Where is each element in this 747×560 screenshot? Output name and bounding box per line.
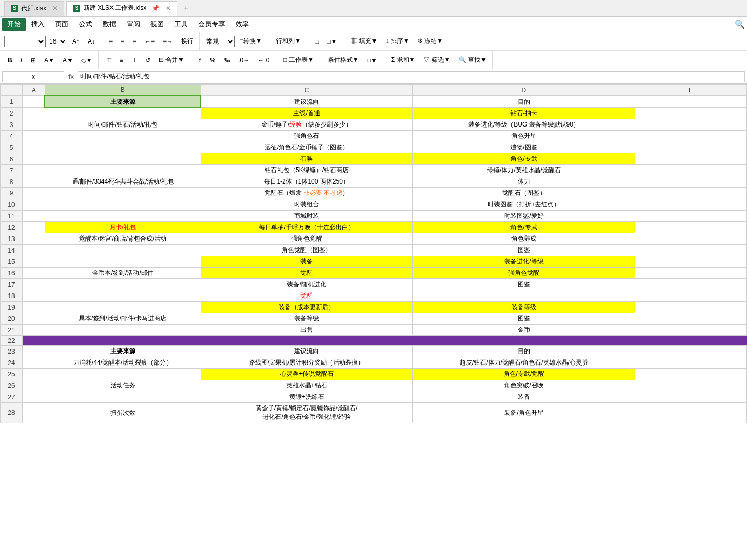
cell-c5[interactable]: 远征/角色石/金币锤子（图鉴） — [201, 142, 412, 153]
font-increase-btn[interactable]: A↑ — [68, 36, 83, 47]
menu-page[interactable]: 页面 — [50, 18, 74, 31]
cell-c2[interactable]: 主线/首通 — [201, 108, 412, 119]
cell-e1[interactable] — [635, 96, 747, 108]
wrap-text-btn[interactable]: 换行 — [177, 35, 197, 47]
align-center-btn[interactable]: ≡ — [117, 36, 128, 47]
cell-b3[interactable]: 时间/邮件/钻石/活动/礼包 — [45, 119, 201, 131]
workbook-btn[interactable]: □ 工作表▼ — [280, 54, 317, 66]
cell-e18[interactable] — [635, 290, 747, 302]
comma-btn[interactable]: ‰ — [220, 55, 233, 65]
cell-a26[interactable] — [22, 380, 45, 391]
cell-e16[interactable] — [635, 268, 747, 279]
cell-e25[interactable] — [635, 369, 747, 380]
cell-a6[interactable] — [22, 153, 45, 165]
col-header-c[interactable]: C — [201, 85, 412, 96]
cell-b23[interactable]: 主要来源 — [45, 346, 201, 357]
cell-c19[interactable]: 装备（版本更新后） — [201, 302, 412, 313]
convert-btn[interactable]: □转换▼ — [236, 35, 266, 47]
cell-c20[interactable]: 装备等级 — [201, 313, 412, 325]
indent-increase-btn[interactable]: ≡→ — [159, 36, 176, 47]
close-tab-2[interactable]: ✕ — [165, 5, 171, 12]
formula-input[interactable] — [78, 71, 745, 82]
cell-b6[interactable] — [45, 153, 201, 165]
cell-b17[interactable] — [45, 279, 201, 290]
highlight-btn[interactable]: A▼ — [59, 55, 77, 65]
freeze-btn[interactable]: ❄ 冻结▼ — [414, 35, 447, 47]
cell-e14[interactable] — [635, 245, 747, 256]
find-btn[interactable]: 🔍 查找▼ — [455, 54, 490, 66]
cell-d6[interactable]: 角色/专武 — [412, 153, 635, 165]
cell-d12[interactable]: 角色/专武 — [412, 222, 635, 233]
cell-c28[interactable]: 黄盒子/黄锤/锁定石/魔镜饰品/觉醒石/进化石/角色石/金币/强化锤/经验 — [201, 403, 412, 423]
menu-tools[interactable]: 工具 — [169, 18, 193, 31]
cell-d13[interactable]: 角色养成 — [412, 233, 635, 245]
cell-b16[interactable]: 金币本/签到/活动/邮件 — [45, 268, 201, 279]
cell-c23[interactable]: 建议流向 — [201, 346, 412, 357]
cell-c4[interactable]: 强角色石 — [201, 131, 412, 142]
cell-d18[interactable] — [412, 290, 635, 302]
menu-review[interactable]: 审阅 — [121, 18, 145, 31]
cell-b4[interactable] — [45, 131, 201, 142]
name-box[interactable] — [2, 71, 64, 82]
cell-c3[interactable]: 金币/锤子/经验（缺多少刷多少） — [201, 119, 412, 131]
cell-e15[interactable] — [635, 256, 747, 268]
cell-b25[interactable] — [45, 369, 201, 380]
cell-e6[interactable] — [635, 153, 747, 165]
shape-fill-btn[interactable]: ◇▼ — [78, 55, 96, 65]
cell-e21[interactable] — [635, 325, 747, 336]
cell-d9[interactable]: 觉醒石（图鉴） — [412, 188, 635, 199]
cell-d7[interactable]: 绿锤/体力/英雄水晶/觉醒石 — [412, 165, 635, 176]
align-right-btn[interactable]: ≡ — [129, 36, 140, 47]
add-tab-button[interactable]: + — [179, 2, 192, 15]
cell-d25[interactable]: 角色/专武/觉醒 — [412, 369, 635, 380]
tab-new-xlsx[interactable]: S 新建 XLSX 工作表.xlsx 📌 ✕ — [66, 1, 177, 16]
percent-btn[interactable]: % — [206, 55, 219, 65]
cell-e12[interactable] — [635, 222, 747, 233]
decimal-decrease-btn[interactable]: ←.0 — [254, 55, 273, 65]
font-size-select[interactable]: 16 — [47, 36, 67, 47]
cell-b12[interactable]: 月卡/礼包 — [45, 222, 201, 233]
valign-bot-btn[interactable]: ⊥ — [128, 55, 141, 65]
cell-e11[interactable] — [635, 211, 747, 222]
close-tab-1[interactable]: ✕ — [52, 5, 58, 12]
cell-a17[interactable] — [22, 279, 45, 290]
cell-e24[interactable] — [635, 357, 747, 369]
menu-vip[interactable]: 会员专享 — [193, 18, 230, 31]
cell-a14[interactable] — [22, 245, 45, 256]
cell-d2[interactable]: 钻石-抽卡 — [412, 108, 635, 119]
cell-e17[interactable] — [635, 279, 747, 290]
cell-b19[interactable] — [45, 302, 201, 313]
font-decrease-btn[interactable]: A↓ — [84, 36, 99, 47]
cell-b24[interactable]: 力消耗/44/觉醒本/活动裂痕（部分） — [45, 357, 201, 369]
col-header-d[interactable]: D — [412, 85, 635, 96]
menu-insert[interactable]: 插入 — [26, 18, 50, 31]
cell-b11[interactable] — [45, 211, 201, 222]
cell-e23[interactable] — [635, 346, 747, 357]
cell-c12[interactable]: 每日单抽/千呼万唤（十连必出白） — [201, 222, 412, 233]
cell-e9[interactable] — [635, 188, 747, 199]
cell-a23[interactable] — [22, 346, 45, 357]
menu-data[interactable]: 数据 — [98, 18, 121, 31]
cell-d27[interactable]: 装备 — [412, 391, 635, 403]
cell-a2[interactable] — [22, 108, 45, 119]
sheet-btn[interactable]: □ — [311, 36, 322, 47]
italic-btn[interactable]: I — [17, 55, 26, 65]
col-header-b[interactable]: B — [45, 85, 201, 96]
cell-d4[interactable]: 角色升星 — [412, 131, 635, 142]
cell-d16[interactable]: 强角色觉醒 — [412, 268, 635, 279]
cell-b27[interactable] — [45, 391, 201, 403]
menu-view[interactable]: 视图 — [145, 18, 169, 31]
cell-a18[interactable] — [22, 290, 45, 302]
cell-e3[interactable] — [635, 119, 747, 131]
cell-e7[interactable] — [635, 165, 747, 176]
pct-btn[interactable]: ¥ — [195, 55, 205, 65]
cell-b18[interactable] — [45, 290, 201, 302]
col-header-a[interactable]: A — [22, 85, 45, 96]
cell-b20[interactable]: 具本/签到/活动/邮件/卡马进商店 — [45, 313, 201, 325]
cell-b26[interactable]: 活动任务 — [45, 380, 201, 391]
search-icon[interactable]: 🔍 — [735, 19, 745, 29]
border-btn[interactable]: ⊞ — [27, 55, 39, 65]
sheet2-btn[interactable]: □▼ — [323, 36, 340, 47]
cell-b14[interactable] — [45, 245, 201, 256]
cell-style-btn[interactable]: □▼ — [364, 55, 381, 65]
